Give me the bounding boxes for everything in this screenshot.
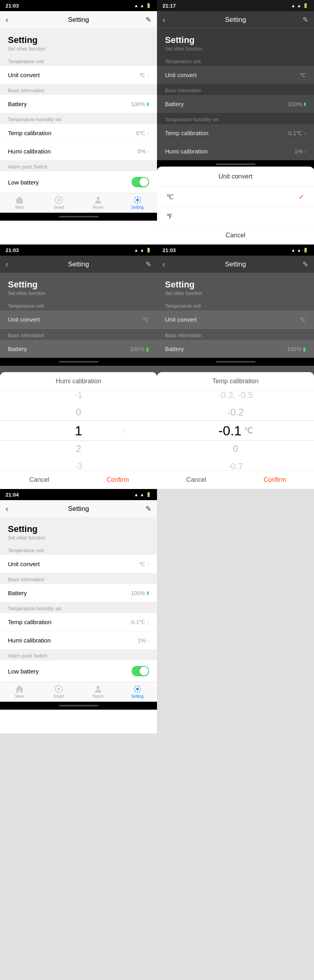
modal-fahrenheit[interactable]: ℉ xyxy=(157,207,314,226)
tab-label-room-5: Room xyxy=(93,694,104,699)
tab-setting-1[interactable]: Setting xyxy=(118,196,157,210)
wifi-icon: ▲ xyxy=(134,3,138,8)
page-header-5: Setting Set other function xyxy=(0,518,157,544)
modal-cancel-2[interactable]: Cancel xyxy=(157,226,314,245)
list-item-temp-cal-2[interactable]: Temp calibration 0.1℃ › xyxy=(157,124,314,142)
home-bar-1 xyxy=(59,216,99,217)
battery-label-4: Battery xyxy=(165,345,184,352)
section-card-temp-unit-3: Unit convert ℃ xyxy=(0,310,157,329)
humi-cal-label-2: Humi calibration xyxy=(165,148,208,155)
page-content-5: Setting Set other function Temperature u… xyxy=(0,518,157,682)
nav-title-1: Setting xyxy=(68,16,89,24)
list-item-temp-cal-1[interactable]: Temp calibration 0℃ › xyxy=(0,124,157,142)
humi-cancel-button[interactable]: Cancel xyxy=(0,471,79,489)
page-content-2: Setting Set other function Temperature u… xyxy=(157,29,314,160)
fahrenheit-option: ℉ xyxy=(167,213,173,220)
list-item-unit-convert-1[interactable]: Unit convert ℃ › xyxy=(0,66,157,84)
wifi-icon-2: ▲ xyxy=(291,3,295,8)
tab-smart-5[interactable]: Smart xyxy=(39,685,79,699)
temp-cancel-button[interactable]: Cancel xyxy=(157,471,236,489)
list-item-unit-convert-5[interactable]: Unit convert ℃ › xyxy=(0,555,157,573)
temp-cal-chevron-1: › xyxy=(147,130,149,136)
humi-confirm-button[interactable]: Confirm xyxy=(79,471,157,489)
humi-picker-scroll[interactable]: -1 0 1 2 -3 ↕ xyxy=(0,391,157,470)
time-3: 21:03 xyxy=(6,247,19,253)
tab-label-smart-5: Smart xyxy=(54,694,64,699)
low-battery-toggle-5[interactable] xyxy=(132,666,149,676)
edit-button-5[interactable]: ✎ xyxy=(145,505,151,513)
humi-cal-val-1: 0% xyxy=(138,148,145,155)
list-item-humi-cal-1[interactable]: Humi calibration 0% › xyxy=(0,142,157,160)
list-item-battery-2: Battery 100% ▮ xyxy=(157,95,314,113)
unit-convert-val-4: ℃ xyxy=(300,316,306,323)
temp-picker-scroll[interactable]: -0.3, -0.5 -0.2 -0.1 ℃ 0 -0.7 xyxy=(157,391,314,470)
unit-convert-val-5: ℃ xyxy=(139,561,145,567)
temp-cal-value-2: 0.1℃ › xyxy=(289,130,306,136)
page-subtitle-1: Set other function xyxy=(8,46,149,52)
back-button-1[interactable]: ‹ xyxy=(6,15,8,24)
humi-picker-items: -1 0 1 2 -3 xyxy=(75,391,83,470)
back-button-3[interactable]: ‹ xyxy=(6,260,8,269)
page-main-title-3: Setting xyxy=(8,279,149,290)
svg-point-9 xyxy=(97,686,100,689)
humi-cal-label-5: Humi calibration xyxy=(8,637,51,644)
page-subtitle-3: Set other function xyxy=(8,291,149,296)
time-2: 21:17 xyxy=(163,3,176,9)
list-item-humi-cal-5[interactable]: Humi calibration 1% › xyxy=(0,631,157,649)
section-label-alarm-5: Alarm push Switch xyxy=(0,649,157,660)
low-battery-toggle-1[interactable] xyxy=(132,177,149,187)
section-label-humidity-1: Temperature humidity set xyxy=(0,113,157,124)
section-card-basic-4: Battery 100% ▮ xyxy=(157,340,314,358)
unit-convert-modal: Unit convert ℃ ✓ ℉ Cancel xyxy=(157,167,314,245)
battery-value-2: 100% ▮ xyxy=(288,101,306,107)
room-icon-5 xyxy=(94,685,103,693)
tab-main-5[interactable]: Main xyxy=(0,685,39,699)
temp-cal-label-1: Temp calibration xyxy=(8,130,51,136)
list-item-battery-4: Battery 100% ▮ xyxy=(157,340,314,358)
picker-scroll-hint: ↕ xyxy=(122,427,125,434)
tab-setting-5[interactable]: Setting xyxy=(118,685,157,699)
list-item-unit-convert-2[interactable]: Unit convert ℃ xyxy=(157,66,314,84)
tab-room-1[interactable]: Room xyxy=(79,196,118,210)
temp-item-0: 0 xyxy=(233,440,238,458)
temp-cal-val-5: -0.1℃ xyxy=(130,619,145,625)
page-main-title-1: Setting xyxy=(8,35,149,45)
page-main-title-5: Setting xyxy=(8,524,149,534)
status-bar-3: 21:03 ▲ ▲ 🔋 xyxy=(0,245,157,256)
list-item-humi-cal-2[interactable]: Humi calibration 1% › xyxy=(157,142,314,160)
nav-title-3: Setting xyxy=(68,260,89,268)
edit-button-3[interactable]: ✎ xyxy=(145,260,151,269)
tab-room-5[interactable]: Room xyxy=(79,685,118,699)
back-button-5[interactable]: ‹ xyxy=(6,504,8,513)
home-indicator-1 xyxy=(0,213,157,221)
status-icons-4: ▲ ▲ 🔋 xyxy=(291,248,308,253)
modal-celsius[interactable]: ℃ ✓ xyxy=(157,187,314,207)
tab-main-1[interactable]: Main xyxy=(0,196,39,210)
edit-button-2[interactable]: ✎ xyxy=(302,16,308,24)
edit-button-1[interactable]: ✎ xyxy=(145,16,151,24)
temp-item-active-row: -0.1 ℃ xyxy=(218,421,253,440)
section-label-temp-unit-5: Temperature unit xyxy=(0,544,157,555)
edit-button-4[interactable]: ✎ xyxy=(302,260,308,269)
temp-confirm-button[interactable]: Confirm xyxy=(236,471,314,489)
section-label-basic-3: Basic information xyxy=(0,329,157,340)
battery-label-1: Battery xyxy=(8,101,27,107)
back-button-2[interactable]: ‹ xyxy=(163,15,165,24)
humi-item-0: 0 xyxy=(76,404,81,421)
humi-cal-value-1: 0% › xyxy=(138,148,149,155)
tab-label-main-1: Main xyxy=(16,205,24,210)
page-header-1: Setting Set other function xyxy=(0,29,157,55)
row-top: 21:03 ▲ ▲ 🔋 ‹ Setting ✎ Setting Set othe… xyxy=(0,0,314,245)
temp-picker-sheet: Temp calibration -0.3, -0.5 -0.2 -0.1 ℃ … xyxy=(157,372,314,489)
tab-smart-1[interactable]: Smart xyxy=(39,196,79,210)
back-button-4[interactable]: ‹ xyxy=(163,260,165,269)
list-item-unit-convert-3[interactable]: Unit convert ℃ xyxy=(0,310,157,329)
low-battery-label-5: Low battery xyxy=(8,668,39,675)
battery-pct-4: 100% xyxy=(287,346,301,352)
list-item-temp-cal-5[interactable]: Temp calibration -0.1℃ › xyxy=(0,613,157,631)
list-item-unit-convert-4[interactable]: Unit convert ℃ xyxy=(157,310,314,329)
battery-pct-1: 100% xyxy=(131,101,145,107)
time-1: 21:03 xyxy=(6,3,19,9)
section-label-basic-1: Basic information xyxy=(0,84,157,95)
unit-convert-label-5: Unit convert xyxy=(8,561,40,567)
